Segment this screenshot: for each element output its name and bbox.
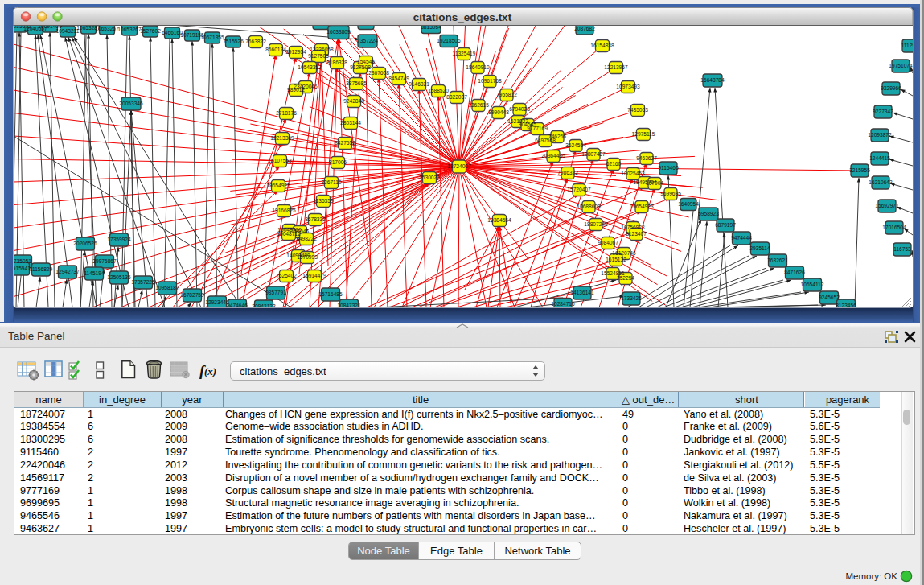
svg-text:10025453: 10025453: [621, 171, 645, 176]
svg-text:8678332: 8678332: [305, 216, 326, 222]
svg-text:10807487: 10807487: [581, 151, 606, 157]
svg-text:2718176: 2718176: [276, 110, 297, 116]
svg-text:18724007: 18724007: [447, 163, 471, 169]
svg-text:8322037: 8322037: [446, 94, 467, 100]
svg-text:12093872: 12093872: [868, 132, 892, 138]
svg-text:2530023: 2530023: [419, 175, 440, 180]
svg-text:12923446: 12923446: [205, 299, 229, 305]
svg-text:9127508: 9127508: [350, 64, 371, 70]
svg-text:1145194: 1145194: [84, 270, 105, 276]
svg-text:9115460: 9115460: [658, 165, 679, 171]
svg-text:19166825: 19166825: [272, 208, 296, 213]
svg-text:13226058: 13226058: [310, 47, 334, 52]
svg-text:7515526: 7515526: [223, 39, 244, 44]
svg-text:11156829: 11156829: [30, 266, 53, 272]
svg-text:16154838: 16154838: [590, 43, 614, 48]
svg-text:3875685: 3875685: [346, 80, 367, 86]
svg-text:8660124: 8660124: [265, 47, 286, 52]
svg-text:1615132: 1615132: [606, 257, 626, 262]
svg-text:18807249: 18807249: [584, 221, 608, 227]
svg-text:20364436: 20364436: [541, 153, 565, 159]
svg-text:9777169: 9777169: [527, 126, 548, 131]
svg-text:9329966: 9329966: [881, 85, 901, 91]
svg-text:735051: 735051: [14, 258, 31, 264]
svg-text:2367608: 2367608: [368, 70, 389, 76]
svg-text:6466160: 6466160: [162, 30, 183, 35]
svg-text:(x): (x): [204, 365, 216, 377]
svg-text:20053346: 20053346: [119, 101, 143, 106]
svg-text:8471626: 8471626: [784, 270, 805, 275]
svg-text:16914479: 16914479: [302, 273, 326, 278]
svg-text:9084067: 9084067: [598, 240, 618, 245]
svg-text:10973493: 10973493: [616, 84, 640, 89]
svg-text:9474444: 9474444: [731, 235, 752, 241]
svg-text:19751074: 19751074: [889, 63, 913, 68]
svg-text:9463627: 9463627: [636, 155, 657, 161]
svg-text:8123407: 8123407: [626, 231, 647, 237]
svg-text:9146821: 9146821: [409, 81, 429, 87]
svg-text:1135359: 1135359: [313, 198, 334, 204]
svg-text:7663822: 7663822: [245, 39, 266, 44]
svg-text:12942737: 12942737: [55, 269, 80, 274]
svg-text:7632621: 7632621: [767, 257, 788, 263]
svg-text:7625402: 7625402: [276, 273, 297, 278]
svg-text:7357224: 7357224: [357, 38, 378, 43]
svg-text:2935114: 2935114: [749, 245, 770, 251]
svg-text:3912954: 3912954: [285, 49, 306, 55]
svg-text:62160: 62160: [606, 161, 622, 167]
svg-text:6794028: 6794028: [509, 106, 530, 112]
svg-text:9242848: 9242848: [343, 98, 364, 104]
svg-text:10653267: 10653267: [117, 27, 142, 32]
svg-text:8427552: 8427552: [335, 140, 355, 146]
svg-text:9245652: 9245652: [819, 295, 840, 300]
svg-text:16782759: 16782759: [180, 292, 204, 298]
svg-text:10756928: 10756928: [621, 225, 645, 230]
svg-text:29975867: 29975867: [92, 258, 117, 264]
svg-text:10961768: 10961768: [478, 78, 502, 84]
svg-text:1733426: 1733426: [621, 295, 642, 301]
svg-text:19654925: 19654925: [266, 183, 290, 188]
svg-text:16648784: 16648784: [700, 77, 725, 83]
svg-text:7955812: 7955812: [496, 92, 517, 97]
svg-text:7485063: 7485063: [627, 107, 648, 113]
svg-text:817006: 817006: [329, 159, 347, 165]
svg-text:3267110: 3267110: [321, 179, 342, 185]
svg-text:2087682: 2087682: [574, 26, 595, 31]
svg-text:157904: 157904: [646, 180, 663, 186]
svg-text:5958923: 5958923: [698, 211, 719, 216]
svg-text:1527602: 1527602: [140, 28, 161, 34]
svg-text:10958187: 10958187: [155, 285, 179, 290]
svg-text:20206526: 20206526: [73, 241, 97, 246]
svg-text:6879197: 6879197: [715, 222, 736, 228]
svg-text:10654112: 10654112: [801, 282, 824, 287]
svg-text:116753: 116753: [893, 246, 911, 252]
svg-text:14136141: 14136141: [570, 290, 594, 295]
svg-text:154546: 154546: [357, 59, 375, 64]
svg-text:1244415: 1244415: [869, 155, 890, 161]
svg-text:16033809: 16033809: [326, 29, 351, 35]
svg-text:3624554: 3624554: [565, 142, 586, 148]
svg-text:10284716: 10284716: [551, 301, 575, 307]
svg-text:1588520: 1588520: [428, 88, 449, 93]
svg-text:16210643: 16210643: [869, 179, 893, 185]
svg-text:11325419: 11325419: [453, 51, 476, 56]
svg-text:12975115: 12975115: [632, 131, 655, 137]
svg-text:8990448: 8990448: [488, 109, 509, 115]
svg-text:17016504: 17016504: [882, 225, 906, 230]
svg-text:17357225: 17357225: [131, 279, 155, 285]
svg-text:9127505: 9127505: [308, 53, 329, 59]
svg-text:19218506: 19218506: [437, 38, 461, 43]
svg-text:12213369: 12213369: [270, 135, 294, 141]
svg-text:15716485: 15716485: [318, 291, 343, 297]
svg-text:16120746: 16120746: [612, 250, 636, 256]
svg-text:12505135: 12505135: [107, 274, 131, 280]
svg-text:19654923: 19654923: [630, 204, 654, 209]
svg-text:3215955: 3215955: [849, 167, 870, 173]
svg-text:10653267: 10653267: [95, 26, 119, 31]
svg-text:1640954: 1640954: [678, 201, 699, 207]
svg-text:10543352: 10543352: [298, 64, 322, 70]
svg-text:252254: 252254: [617, 275, 634, 281]
svg-text:2803144: 2803144: [340, 120, 361, 126]
svg-text:12213967: 12213967: [604, 64, 628, 70]
svg-text:9699695: 9699695: [660, 191, 681, 196]
